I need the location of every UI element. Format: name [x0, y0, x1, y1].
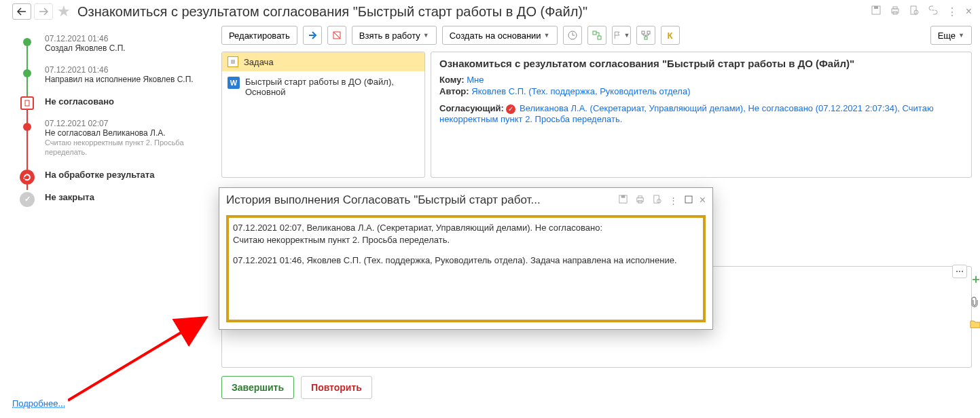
more-details-link[interactable]: Подробнее... — [12, 398, 65, 408]
dialog-close-icon[interactable]: × — [700, 194, 706, 206]
history-dialog: История выполнения Согласовать "Быстрый … — [219, 187, 713, 330]
chevron-down-icon: ▼ — [958, 32, 964, 39]
word-file-icon: W — [228, 77, 240, 89]
file-name: Быстрый старт работы в ДО (Файл), Основн… — [245, 77, 419, 97]
task-label: Задача — [244, 57, 274, 67]
route-button[interactable] — [587, 26, 606, 45]
more-menu-icon[interactable]: ⋮ — [947, 5, 958, 18]
link-icon[interactable] — [928, 5, 939, 18]
svg-rect-1 — [874, 6, 878, 9]
clock-refresh-button[interactable] — [563, 26, 582, 45]
dialog-save-icon[interactable] — [618, 194, 628, 206]
timeline-dot-icon — [23, 123, 31, 131]
not-approved-icon — [20, 96, 34, 110]
to-link[interactable]: Мне — [467, 75, 484, 85]
svg-line-9 — [333, 32, 340, 39]
stop-action-button[interactable] — [327, 26, 346, 45]
file-row[interactable]: W Быстрый старт работы в ДО (Файл), Осно… — [222, 71, 424, 102]
nav-back-button[interactable] — [12, 3, 31, 20]
save-icon[interactable] — [871, 5, 882, 18]
timeline-item: Не согласовано — [20, 96, 216, 107]
add-attachment-icon[interactable]: ＋ — [970, 271, 980, 287]
svg-rect-3 — [893, 7, 897, 9]
svg-rect-14 — [647, 31, 650, 34]
timeline-dot-icon — [23, 69, 31, 77]
timeline-dot-icon — [23, 38, 31, 46]
chevron-down-icon: ▼ — [423, 32, 429, 39]
details-title: Ознакомиться с результатом согласования … — [439, 58, 963, 69]
repeat-button[interactable]: Повторить — [301, 376, 372, 399]
timeline-item: 07.12.2021 01:46 Направил на исполнение … — [20, 65, 216, 84]
timeline-item: ✓ Не закрыта — [20, 192, 216, 202]
dialog-maximize-icon[interactable] — [685, 195, 693, 206]
not-closed-icon: ✓ — [20, 192, 35, 207]
svg-rect-13 — [642, 31, 645, 34]
details-panel: Ознакомиться с результатом согласования … — [431, 52, 972, 178]
timeline-item: 07.12.2021 01:46 Создал Яковлев С.П. — [20, 34, 216, 53]
svg-rect-22 — [638, 196, 642, 198]
close-icon[interactable]: × — [966, 5, 972, 18]
svg-rect-11 — [593, 31, 596, 35]
processing-icon — [20, 170, 35, 185]
task-header-row[interactable]: Задача — [222, 52, 424, 71]
k-button[interactable]: К — [661, 26, 680, 45]
rejected-check-icon: ✓ — [506, 104, 515, 114]
page-title: Ознакомиться с результатом согласования … — [77, 4, 868, 20]
more-button[interactable]: Еще ▼ — [930, 26, 972, 45]
expand-dots-button[interactable]: ⋯ — [952, 265, 967, 278]
flag-button[interactable]: ▼ — [612, 26, 631, 45]
svg-rect-15 — [645, 37, 647, 39]
folder-icon[interactable] — [970, 319, 980, 330]
dialog-search-icon[interactable] — [652, 194, 662, 206]
forward-action-button[interactable] — [303, 26, 322, 45]
history-textarea[interactable]: 07.12.2021 02:07, Великанова Л.А. (Секре… — [226, 215, 706, 322]
nav-forward-button[interactable] — [34, 3, 53, 20]
chevron-down-icon: ▼ — [544, 32, 550, 39]
create-based-button[interactable]: Создать на основании ▼ — [442, 26, 558, 45]
dialog-title: История выполнения Согласовать "Быстрый … — [226, 193, 611, 207]
edit-button[interactable]: Редактировать — [221, 26, 297, 45]
paperclip-icon[interactable] — [970, 297, 980, 309]
search-doc-icon[interactable] — [909, 5, 920, 18]
favorite-star-icon[interactable]: ★ — [57, 3, 71, 20]
task-icon — [228, 56, 238, 67]
task-panel: Задача W Быстрый старт работы в ДО (Файл… — [221, 52, 425, 178]
complete-button[interactable]: Завершить — [221, 376, 294, 399]
svg-rect-26 — [685, 196, 692, 203]
svg-rect-12 — [598, 36, 601, 39]
tree-button[interactable] — [636, 26, 655, 45]
timeline-item: 07.12.2021 02:07 Не согласовал Великанов… — [20, 119, 216, 157]
chevron-down-icon: ▼ — [624, 32, 630, 39]
svg-rect-20 — [621, 195, 625, 198]
timeline-item: На обработке результата — [20, 170, 216, 180]
dialog-print-icon[interactable] — [635, 194, 645, 206]
print-icon[interactable] — [890, 5, 901, 18]
svg-rect-7 — [25, 100, 29, 106]
dialog-more-icon[interactable]: ⋮ — [669, 195, 678, 206]
take-to-work-button[interactable]: Взять в работу ▼ — [352, 26, 437, 45]
author-link[interactable]: Яковлев С.П. (Тех. поддержка, Руководите… — [471, 86, 690, 96]
